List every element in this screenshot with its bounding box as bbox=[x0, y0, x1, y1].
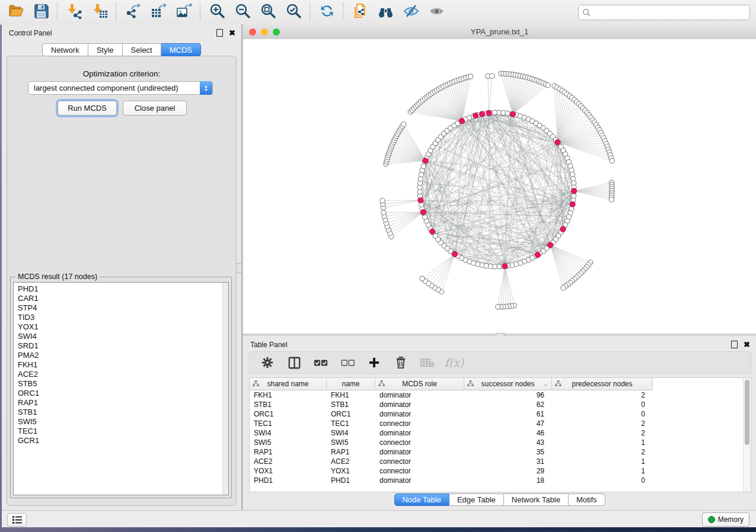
mcds-result-item[interactable]: RAP1 bbox=[18, 398, 39, 408]
network-node[interactable] bbox=[496, 305, 500, 309]
network-node[interactable] bbox=[610, 159, 614, 164]
mcds-hub-node[interactable] bbox=[452, 252, 458, 257]
tab-select[interactable]: Select bbox=[123, 43, 161, 56]
table-row[interactable]: TEC1TEC1connector472 bbox=[250, 419, 653, 428]
network-window-titlebar[interactable]: YPA_prune.txt_1 bbox=[243, 24, 756, 40]
mcds-result-item[interactable]: GCR1 bbox=[18, 436, 39, 446]
show-all-button[interactable] bbox=[426, 2, 447, 22]
table-scrollbar[interactable] bbox=[743, 378, 751, 492]
select-all-button[interactable] bbox=[314, 355, 328, 370]
network-node[interactable] bbox=[380, 198, 385, 203]
network-node[interactable] bbox=[609, 197, 614, 202]
clone-network-button[interactable] bbox=[349, 2, 371, 22]
table-row[interactable]: FKH1FKH1dominator962 bbox=[250, 390, 653, 400]
table-row[interactable]: SWI5SWI5connector431 bbox=[250, 438, 653, 447]
mcds-result-item[interactable]: FKH1 bbox=[18, 360, 39, 370]
mcds-result-item[interactable]: PMA2 bbox=[18, 351, 39, 360]
mcds-hub-node[interactable] bbox=[460, 118, 465, 124]
mcds-hub-node[interactable] bbox=[430, 229, 435, 234]
mcds-result-item[interactable]: SRD1 bbox=[18, 341, 39, 351]
mcds-hub-node[interactable] bbox=[570, 201, 575, 207]
network-node[interactable] bbox=[490, 73, 495, 78]
mcds-hub-node[interactable] bbox=[486, 110, 492, 116]
export-image-button[interactable] bbox=[173, 2, 194, 22]
mcds-result-item[interactable]: STP4 bbox=[18, 303, 39, 313]
vertical-splitter-handle[interactable] bbox=[236, 263, 242, 273]
close-table-panel-icon[interactable]: ✖ bbox=[744, 341, 750, 348]
mcds-hub-node[interactable] bbox=[423, 158, 428, 164]
mcds-hub-node[interactable] bbox=[560, 227, 566, 232]
float-table-panel-icon[interactable] bbox=[731, 341, 738, 348]
mcds-hub-node[interactable] bbox=[473, 113, 479, 118]
tab-edge-table[interactable]: Edge Table bbox=[449, 493, 504, 506]
refresh-layout-button[interactable] bbox=[316, 2, 337, 22]
mcds-hub-node[interactable] bbox=[418, 198, 423, 203]
network-node[interactable] bbox=[381, 210, 386, 215]
mcds-result-item[interactable]: ORC1 bbox=[18, 389, 39, 398]
table-row[interactable]: ORC1ORC1dominator610 bbox=[250, 409, 653, 419]
mcds-result-item[interactable]: TID3 bbox=[18, 313, 39, 322]
close-panel-button[interactable]: Close panel bbox=[123, 101, 187, 116]
mcds-result-item[interactable]: TEC1 bbox=[18, 427, 39, 436]
column-header-successor-nodes[interactable]: successor nodes⌄ bbox=[464, 378, 552, 390]
column-header-name[interactable]: name bbox=[327, 378, 375, 390]
table-row[interactable]: STB1STB1dominator620 bbox=[250, 400, 653, 409]
float-panel-icon[interactable] bbox=[216, 29, 223, 37]
network-node[interactable] bbox=[468, 74, 473, 79]
network-node[interactable] bbox=[561, 286, 566, 290]
mcds-hub-node[interactable] bbox=[572, 188, 577, 194]
zoom-fit-button[interactable] bbox=[257, 2, 279, 22]
mcds-result-item[interactable]: CAR1 bbox=[18, 294, 39, 303]
split-panel-button[interactable] bbox=[287, 355, 301, 370]
deselect-all-button[interactable] bbox=[340, 355, 355, 370]
mcds-result-item[interactable]: ACE2 bbox=[18, 370, 39, 379]
add-column-button[interactable] bbox=[367, 355, 381, 370]
zoom-selected-button[interactable] bbox=[283, 2, 304, 22]
mcds-result-item[interactable]: STB5 bbox=[18, 379, 39, 389]
mcds-hub-node[interactable] bbox=[420, 210, 426, 215]
memory-button[interactable]: Memory bbox=[702, 512, 749, 527]
export-network-button[interactable] bbox=[122, 2, 143, 22]
mcds-hub-node[interactable] bbox=[555, 140, 560, 145]
sort-descending-icon[interactable]: ⌄ bbox=[543, 381, 548, 387]
open-session-button[interactable] bbox=[5, 2, 26, 22]
close-panel-icon[interactable]: ✖ bbox=[229, 30, 235, 36]
mcds-hub-node[interactable] bbox=[480, 111, 485, 117]
mcds-result-item[interactable]: STB1 bbox=[18, 408, 39, 417]
tab-motifs[interactable]: Motifs bbox=[569, 493, 605, 506]
mcds-result-item[interactable]: PHD1 bbox=[18, 284, 39, 294]
tab-node-table[interactable]: Node Table bbox=[394, 493, 449, 506]
tab-style[interactable]: Style bbox=[88, 43, 123, 56]
run-mcds-button[interactable]: Run MCDS bbox=[58, 101, 117, 116]
table-row[interactable]: YOX1YOX1connector291 bbox=[250, 466, 653, 476]
column-header-MCDS-role[interactable]: MCDS role bbox=[375, 378, 464, 390]
import-network-button[interactable] bbox=[63, 2, 85, 22]
network-node[interactable] bbox=[492, 110, 497, 115]
table-scrollbar-thumb[interactable] bbox=[745, 380, 749, 445]
mcds-hub-node[interactable] bbox=[511, 111, 516, 117]
column-header-predecessor-nodes[interactable]: predecessor nodes bbox=[552, 378, 653, 390]
zoom-in-button[interactable] bbox=[206, 2, 228, 22]
network-node[interactable] bbox=[420, 276, 425, 281]
zoom-out-button[interactable] bbox=[232, 2, 253, 22]
network-node[interactable] bbox=[401, 122, 406, 127]
column-header-shared-name[interactable]: shared name bbox=[250, 378, 327, 390]
table-row[interactable]: ACE2ACE2connector311 bbox=[250, 457, 653, 466]
table-row[interactable]: SWI4SWI4dominator462 bbox=[250, 428, 653, 438]
mcds-result-item[interactable]: YOX1 bbox=[18, 322, 39, 332]
mcds-hub-node[interactable] bbox=[535, 252, 540, 258]
network-node[interactable] bbox=[546, 83, 550, 88]
save-session-button[interactable] bbox=[30, 2, 52, 22]
import-table-button[interactable] bbox=[89, 2, 110, 22]
export-table-button[interactable] bbox=[148, 2, 169, 22]
search-input[interactable] bbox=[591, 7, 749, 18]
mcds-list-scrollbar[interactable] bbox=[222, 283, 228, 495]
settings-gear-button[interactable] bbox=[260, 355, 275, 370]
optimization-criterion-select[interactable]: largest connected component (undirected)… bbox=[28, 81, 213, 95]
tab-network-table[interactable]: Network Table bbox=[504, 493, 569, 506]
mcds-result-item[interactable]: SWI5 bbox=[18, 417, 39, 427]
network-canvas[interactable] bbox=[243, 39, 756, 334]
table-row[interactable]: RAP1RAP1dominator352 bbox=[250, 447, 653, 457]
task-history-button[interactable] bbox=[7, 513, 27, 527]
tab-network[interactable]: Network bbox=[42, 43, 88, 56]
